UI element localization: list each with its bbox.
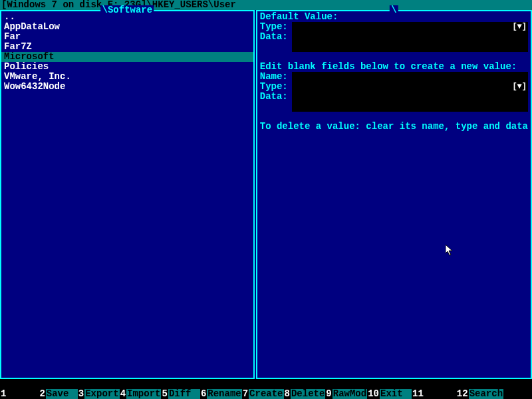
edit-hint: Edit blank fields below to create a new … bbox=[260, 62, 528, 72]
fnkey-number: 4 bbox=[120, 389, 126, 399]
fnkey-3[interactable]: 3Export bbox=[78, 389, 120, 399]
fnkey-12[interactable]: 12Search bbox=[456, 389, 503, 399]
right-panel: \ Default Value: Type: [▼] Data: Edit bl… bbox=[256, 10, 532, 379]
new-type-dropdown[interactable]: [▼] bbox=[292, 82, 528, 92]
list-item[interactable]: Far7Z bbox=[1, 42, 253, 52]
fnkey-number: 5 bbox=[161, 389, 168, 399]
default-data-input[interactable] bbox=[292, 32, 528, 52]
left-panel: \Software ..AppDataLowFarFar7ZMicrosoftP… bbox=[0, 10, 255, 379]
list-item[interactable]: Far bbox=[1, 32, 253, 42]
fnkey-number: 10 bbox=[367, 389, 380, 399]
fnkey-11[interactable]: 11 bbox=[412, 389, 456, 399]
list-item[interactable]: Wow6432Node bbox=[1, 82, 253, 92]
registry-key-list[interactable]: ..AppDataLowFarFar7ZMicrosoftPoliciesVMw… bbox=[1, 11, 253, 92]
fnkey-number: 1 bbox=[0, 389, 7, 399]
list-item[interactable]: Policies bbox=[1, 62, 253, 72]
fnkey-8[interactable]: 8Delete bbox=[284, 389, 326, 399]
fnkey-number: 7 bbox=[242, 389, 249, 399]
fnkey-number: 12 bbox=[456, 389, 469, 399]
delete-hint: To delete a value: clear its name, type … bbox=[260, 122, 528, 132]
fnkey-label: RawMod bbox=[332, 389, 367, 399]
list-item[interactable]: VMware, Inc. bbox=[1, 72, 253, 82]
fnkey-label: Export bbox=[84, 389, 119, 399]
panels-container: \Software ..AppDataLowFarFar7ZMicrosoftP… bbox=[0, 10, 532, 379]
fnkey-number: 9 bbox=[325, 389, 332, 399]
fnkey-number: 6 bbox=[200, 389, 207, 399]
fnkey-label: Rename bbox=[207, 389, 241, 399]
type-label-2: Type: bbox=[260, 82, 292, 92]
fnkey-label: Diff bbox=[168, 389, 200, 399]
new-name-input[interactable] bbox=[292, 72, 528, 82]
dropdown-icon[interactable]: [▼] bbox=[512, 22, 527, 32]
fnkey-10[interactable]: 10Exit bbox=[367, 389, 412, 399]
name-label: Name: bbox=[260, 72, 292, 82]
data-label-2: Data: bbox=[260, 92, 292, 102]
left-panel-title: \Software bbox=[101, 5, 154, 15]
fnkey-1[interactable]: 1 bbox=[0, 389, 39, 399]
new-data-input[interactable] bbox=[292, 92, 528, 112]
fnkey-2[interactable]: 2Save bbox=[39, 389, 77, 399]
fnkey-number: 3 bbox=[78, 389, 84, 399]
fnkey-9[interactable]: 9RawMod bbox=[325, 389, 367, 399]
fnkey-7[interactable]: 7Create bbox=[242, 389, 284, 399]
fnkey-label: Search bbox=[469, 389, 503, 399]
fnkey-label: Create bbox=[249, 389, 283, 399]
fnkey-label: Import bbox=[126, 389, 161, 399]
function-key-bar: 1 2Save 3Export4Import5Diff 6Rename7Crea… bbox=[0, 389, 532, 399]
type-label: Type: bbox=[260, 22, 292, 32]
data-label: Data: bbox=[260, 32, 292, 42]
fnkey-6[interactable]: 6Rename bbox=[200, 389, 242, 399]
fnkey-label: Save bbox=[46, 389, 78, 399]
fnkey-number: 11 bbox=[412, 389, 424, 399]
command-line[interactable] bbox=[0, 379, 532, 389]
fnkey-label: Exit bbox=[380, 389, 412, 399]
default-type-dropdown[interactable]: [▼] bbox=[292, 22, 528, 32]
fnkey-label: Delete bbox=[291, 389, 325, 399]
title-bar: [Windows 7 on disk E: 23G]\HKEY_USERS\Us… bbox=[0, 0, 532, 10]
dropdown-icon[interactable]: [▼] bbox=[512, 82, 527, 92]
fnkey-number: 2 bbox=[39, 389, 45, 399]
fnkey-5[interactable]: 5Diff bbox=[161, 389, 200, 399]
list-item[interactable]: Microsoft bbox=[1, 52, 253, 62]
fnkey-4[interactable]: 4Import bbox=[120, 389, 162, 399]
list-item[interactable]: AppDataLow bbox=[1, 22, 253, 32]
fnkey-number: 8 bbox=[284, 389, 291, 399]
right-panel-title: \ bbox=[390, 5, 398, 15]
